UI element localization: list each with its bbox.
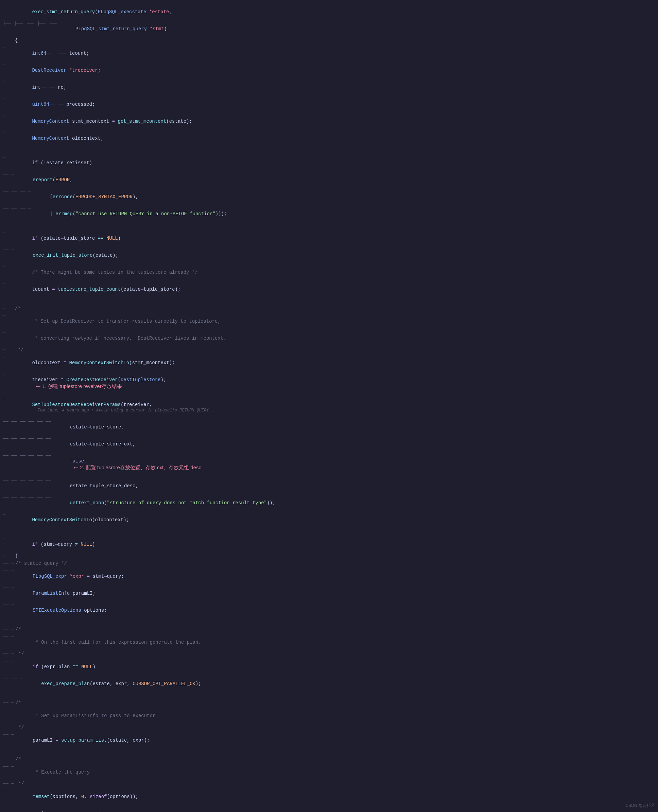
code-line: ── ─ ParamListInfo paramLI; bbox=[0, 585, 658, 602]
code-line: ─ MemoryContext stmt_mcontext = get_stmt… bbox=[0, 113, 658, 130]
watermark: CSDN 笔记社区 bbox=[626, 803, 655, 809]
code-line: ─ /* bbox=[0, 305, 658, 313]
code-line: ── ─ */ bbox=[0, 781, 658, 788]
code-line: ── ─ /* bbox=[0, 626, 658, 634]
code-line: ── ─ */ bbox=[0, 651, 658, 658]
code-line: ── ─ if (expr→plan == NULL) bbox=[0, 658, 658, 675]
code-line: ── ── ── ── ── ── gettext_noop("structur… bbox=[0, 495, 658, 511]
gitblame-text: Tom Lane, 4 years ago • Avoid using a cu… bbox=[38, 408, 219, 413]
code-line: ── ─ * On the first call for this expres… bbox=[0, 634, 658, 651]
code-line: ── ── ── ── ── ── estate→tuple_store, bbox=[0, 419, 658, 436]
code-line: ── ── ─ exec_prepare_plan(estate, expr, … bbox=[0, 675, 658, 692]
code-line: ─ if (stmt→query ≠ NULL) bbox=[0, 536, 658, 553]
code-line: ── ─ /* bbox=[0, 700, 658, 707]
code-line bbox=[0, 298, 658, 305]
code-line bbox=[0, 528, 658, 536]
code-line: ── ─ ereport(ERROR, bbox=[0, 171, 658, 188]
code-line: ─ oldcontext = MemoryContextSwitchTo(stm… bbox=[0, 354, 658, 371]
code-line: ─ uint64── ── processed; bbox=[0, 96, 658, 113]
annotation-arrow-1: ← bbox=[36, 383, 40, 390]
code-line: ── ─ exec_init_tuple_store(estate); bbox=[0, 247, 658, 264]
code-line: ── ── ── ─ (errcode(ERRCODE_SYNTAX_ERROR… bbox=[0, 188, 658, 206]
code-line bbox=[0, 749, 658, 756]
code-container: exec_stmt_return_query(PLpgSQL_execstate… bbox=[0, 0, 658, 812]
code-line: ── ─ PLpgSQL_expr *expr = stmt→query; bbox=[0, 568, 658, 585]
code-line: ── ─ paramLI = setup_param_list(estate, … bbox=[0, 732, 658, 749]
code-line: ─ int64── ─── tcount; bbox=[0, 45, 658, 62]
code-line: ─ /* There might be some tuples in the t… bbox=[0, 264, 658, 281]
code-line: ── ─ /* static query */ bbox=[0, 561, 658, 568]
code-line: ─ MemoryContextSwitchTo(oldcontext); bbox=[0, 511, 658, 528]
code-line: ─ tcount = tuplestore_tuple_count(estate… bbox=[0, 281, 658, 298]
code-line-annotation-2: ── ── ── ── ── ── false, ← 2. 配置 tuplesr… bbox=[0, 452, 658, 477]
code-line: ── ── ── ── ── ── estate→tuple_store_des… bbox=[0, 477, 658, 495]
annotation-text-2: 2. 配置 tuplesrore存放位置、存放 cxt、存放元组 desc bbox=[80, 465, 201, 471]
code-line: ── ─ /* bbox=[0, 756, 658, 764]
code-line: exec_stmt_return_query(PLpgSQL_execstate… bbox=[0, 3, 658, 20]
code-line: ─ MemoryContext oldcontext; bbox=[0, 130, 658, 147]
code-line bbox=[0, 692, 658, 700]
code-line: { bbox=[0, 38, 658, 45]
code-line: ─ if (!estate→retisset) bbox=[0, 154, 658, 171]
code-line: ── ── ── ─ | errmsg("cannot use RETURN Q… bbox=[0, 206, 658, 222]
code-line: ── ─ options.params = paramLI; bbox=[0, 805, 658, 812]
code-line: ── ─ * Set up ParamListInfo to pass to e… bbox=[0, 707, 658, 724]
annotation-arrow-2: ← bbox=[74, 464, 78, 472]
code-line: ── ─ SPIExecuteOptions options; bbox=[0, 602, 658, 619]
code-line: ── ─ */ bbox=[0, 724, 658, 732]
code-line: ─ DestReceiver *treceiver; bbox=[0, 62, 658, 79]
code-line: ─ { bbox=[0, 553, 658, 561]
code-line-annotation-1: ─ treceiver = CreateDestReceiver(DestTup… bbox=[0, 371, 658, 396]
code-line: ├── ├── ├── ├── ├── PLpgSQL_stmt_return_… bbox=[0, 20, 658, 38]
code-line: ─ int── ── rc; bbox=[0, 79, 658, 96]
code-line-gitblame: ─ SetTuplestoreDestReceiverParams(trecei… bbox=[0, 396, 658, 419]
code-line bbox=[0, 147, 658, 154]
code-line: ── ─ memset(&options, 0, sizeof(options)… bbox=[0, 788, 658, 805]
code-line bbox=[0, 222, 658, 230]
code-line: ── ── ── ── ── ── estate→tuple_store_cxt… bbox=[0, 436, 658, 452]
annotation-text-1: 1. 创建 tuplestore reveiver存放结果 bbox=[42, 383, 122, 390]
code-line: ─ * converting rowtype if necessary. Des… bbox=[0, 330, 658, 347]
code-line: ─ */ bbox=[0, 347, 658, 354]
code-line bbox=[0, 619, 658, 626]
code-line: ─ * Set up DestReceiver to transfer resu… bbox=[0, 313, 658, 330]
code-line: ─ if (estate→tuple_store == NULL) bbox=[0, 230, 658, 247]
code-line: ── ─ * Execute the query bbox=[0, 764, 658, 781]
